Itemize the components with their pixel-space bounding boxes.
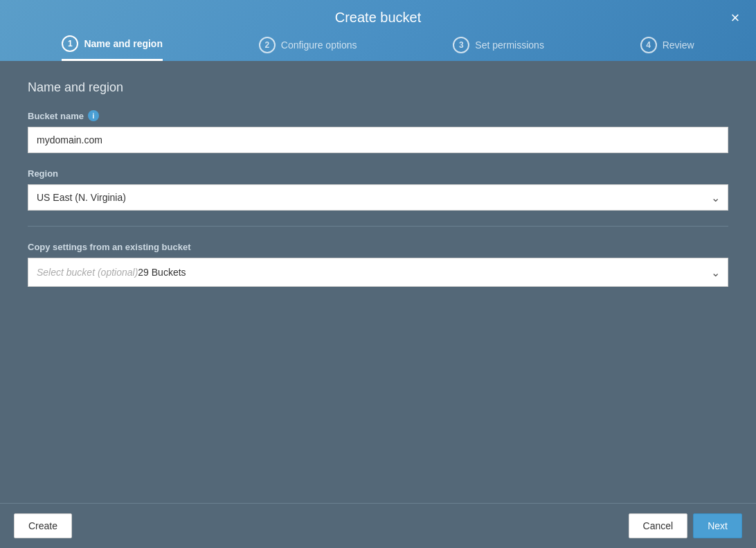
bucket-name-label: Bucket name i — [28, 110, 728, 121]
close-button[interactable]: × — [726, 8, 745, 28]
step-2-circle: 2 — [259, 37, 276, 53]
copy-bucket-placeholder: Select bucket (optional) — [37, 267, 138, 278]
step-2[interactable]: 2 Configure options — [259, 37, 357, 60]
section-title: Name and region — [28, 80, 728, 95]
step-3-label: Set permissions — [475, 39, 544, 51]
footer-right-actions: Cancel Next — [629, 513, 742, 538]
region-select[interactable]: US East (N. Virginia) US West (N. Califo… — [28, 184, 728, 211]
create-bucket-modal: Create bucket × 1 Name and region 2 Conf… — [0, 0, 756, 548]
copy-settings-label: Copy settings from an existing bucket — [28, 242, 728, 252]
step-2-label: Configure options — [281, 39, 357, 51]
modal-footer: Create Cancel Next — [0, 503, 756, 548]
modal-title: Create bucket — [335, 10, 422, 26]
cancel-button[interactable]: Cancel — [629, 513, 688, 538]
step-1[interactable]: 1 Name and region — [62, 35, 163, 61]
copy-bucket-select[interactable]: Select bucket (optional)29 Buckets — [28, 258, 728, 287]
region-select-wrapper: US East (N. Virginia) US West (N. Califo… — [28, 184, 728, 211]
bucket-name-info-icon[interactable]: i — [88, 110, 99, 121]
steps-row: 1 Name and region 2 Configure options 3 … — [14, 35, 742, 61]
region-label: Region — [28, 168, 728, 179]
step-4-label: Review — [663, 39, 694, 51]
modal-header: Create bucket × 1 Name and region 2 Conf… — [0, 0, 756, 61]
bucket-name-input[interactable] — [28, 127, 728, 153]
section-divider — [28, 226, 728, 227]
copy-settings-field-group: Copy settings from an existing bucket Se… — [28, 242, 728, 287]
copy-bucket-select-wrapper: Select bucket (optional)29 Buckets ⌄ — [28, 258, 728, 287]
step-1-label: Name and region — [84, 38, 163, 49]
next-button[interactable]: Next — [693, 513, 742, 538]
step-4[interactable]: 4 Review — [640, 37, 694, 60]
step-1-circle: 1 — [62, 35, 78, 52]
modal-body: Name and region Bucket name i Region US … — [0, 61, 756, 503]
step-4-circle: 4 — [640, 37, 657, 53]
create-button[interactable]: Create — [14, 513, 72, 538]
copy-bucket-count: 29 Buckets — [138, 267, 186, 278]
bucket-name-field-group: Bucket name i — [28, 110, 728, 153]
step-3[interactable]: 3 Set permissions — [453, 37, 544, 60]
step-3-circle: 3 — [453, 37, 469, 53]
region-field-group: Region US East (N. Virginia) US West (N.… — [28, 168, 728, 211]
